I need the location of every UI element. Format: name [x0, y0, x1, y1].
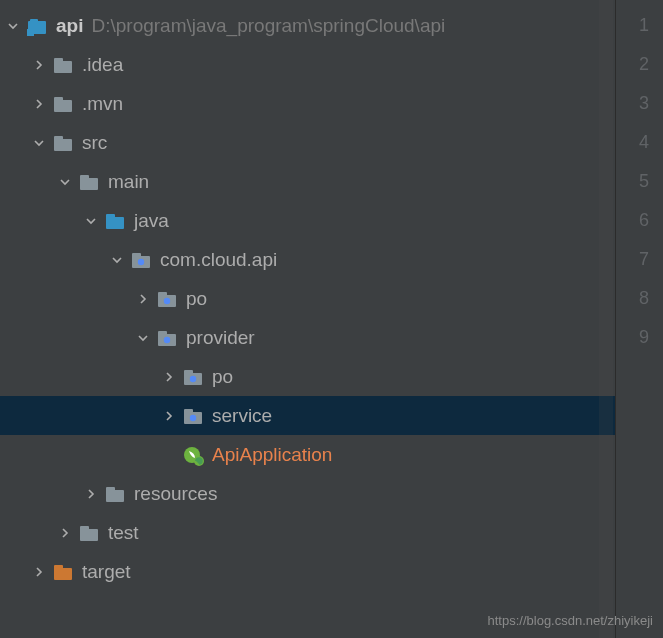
- tree-item-label: po: [212, 366, 233, 388]
- folder-gray-icon: [52, 54, 74, 76]
- svg-rect-35: [114, 494, 116, 501]
- svg-point-16: [138, 258, 144, 264]
- chevron-down-icon[interactable]: [30, 134, 48, 152]
- tree-item-label: main: [108, 171, 149, 193]
- tree-item-label: service: [212, 405, 272, 427]
- svg-point-22: [164, 336, 170, 342]
- project-tree[interactable]: api D:\program\java_program\springCloud\…: [0, 0, 615, 638]
- svg-rect-39: [54, 565, 63, 570]
- svg-rect-33: [108, 494, 110, 501]
- svg-point-19: [164, 297, 170, 303]
- folder-pkg-icon: [130, 249, 152, 271]
- chevron-right-icon[interactable]: [160, 407, 178, 425]
- tree-item-label: com.cloud.api: [160, 249, 277, 271]
- tree-row[interactable]: .idea: [0, 45, 615, 84]
- watermark-text: https://blog.csdn.net/zhiyikeji: [488, 613, 653, 628]
- chevron-right-icon[interactable]: [56, 524, 74, 542]
- tree-row[interactable]: com.cloud.api: [0, 240, 615, 279]
- line-number: 5: [616, 162, 663, 201]
- folder-pkg-icon: [182, 405, 204, 427]
- svg-point-28: [190, 414, 196, 420]
- tree-item-label: test: [108, 522, 139, 544]
- tree-item-label: provider: [186, 327, 255, 349]
- svg-rect-7: [54, 97, 63, 102]
- chevron-down-icon[interactable]: [108, 251, 126, 269]
- line-number: 9: [616, 318, 663, 357]
- tree-row[interactable]: ApiApplication: [0, 435, 615, 474]
- svg-point-25: [190, 375, 196, 381]
- resources-icon: [104, 483, 126, 505]
- tree-row-root[interactable]: api D:\program\java_program\springCloud\…: [0, 6, 615, 45]
- tree-item-label: .idea: [82, 54, 123, 76]
- tree-item-label: resources: [134, 483, 217, 505]
- svg-rect-37: [80, 526, 89, 531]
- tree-row[interactable]: po: [0, 357, 615, 396]
- svg-rect-24: [184, 370, 193, 375]
- tree-row[interactable]: resources: [0, 474, 615, 513]
- editor-gutter: 123456789: [615, 0, 663, 638]
- chevron-right-icon[interactable]: [160, 368, 178, 386]
- root-path: D:\program\java_program\springCloud\api: [91, 15, 445, 37]
- svg-rect-13: [106, 214, 115, 219]
- chevron-down-icon[interactable]: [82, 212, 100, 230]
- tree-row[interactable]: main: [0, 162, 615, 201]
- svg-rect-21: [158, 331, 167, 336]
- line-number: 3: [616, 84, 663, 123]
- chevron-down-icon[interactable]: [134, 329, 152, 347]
- line-number: 7: [616, 240, 663, 279]
- chevron-right-icon[interactable]: [30, 563, 48, 581]
- tree-item-label: java: [134, 210, 169, 232]
- svg-rect-1: [30, 19, 38, 23]
- svg-rect-34: [111, 494, 113, 501]
- svg-rect-15: [132, 253, 141, 258]
- tree-item-label: .mvn: [82, 93, 123, 115]
- spring-icon: [182, 444, 204, 466]
- chevron-right-icon[interactable]: [82, 485, 100, 503]
- tree-row[interactable]: java: [0, 201, 615, 240]
- folder-pkg-icon: [156, 288, 178, 310]
- chevron-down-icon: [4, 17, 22, 35]
- line-number: 8: [616, 279, 663, 318]
- tree-row[interactable]: src: [0, 123, 615, 162]
- tree-item-label: ApiApplication: [212, 444, 332, 466]
- line-number: 4: [616, 123, 663, 162]
- line-number: 2: [616, 45, 663, 84]
- chevron-right-icon[interactable]: [30, 56, 48, 74]
- tree-row[interactable]: test: [0, 513, 615, 552]
- chevron-right-icon[interactable]: [30, 95, 48, 113]
- folder-gray-icon: [52, 93, 74, 115]
- svg-rect-3: [28, 30, 33, 35]
- tree-row[interactable]: service: [0, 396, 615, 435]
- tree-row[interactable]: .mvn: [0, 84, 615, 123]
- folder-gray-icon: [52, 132, 74, 154]
- tree-item-label: src: [82, 132, 107, 154]
- folder-pkg-icon: [182, 366, 204, 388]
- line-number: 1: [616, 6, 663, 45]
- tree-row[interactable]: po: [0, 279, 615, 318]
- folder-blue-icon: [104, 210, 126, 232]
- line-number: 6: [616, 201, 663, 240]
- tree-row[interactable]: target: [0, 552, 615, 591]
- tree-item-label: po: [186, 288, 207, 310]
- tree-row[interactable]: provider: [0, 318, 615, 357]
- tree-item-label: target: [82, 561, 131, 583]
- vertical-scrollbar[interactable]: [599, 0, 613, 638]
- svg-rect-9: [54, 136, 63, 141]
- svg-rect-11: [80, 175, 89, 180]
- module-icon: [26, 15, 48, 37]
- svg-rect-18: [158, 292, 167, 297]
- svg-rect-32: [106, 487, 115, 492]
- folder-gray-icon: [78, 522, 100, 544]
- root-name: api: [56, 15, 83, 37]
- svg-rect-5: [54, 58, 63, 63]
- folder-orange-icon: [52, 561, 74, 583]
- svg-rect-27: [184, 409, 193, 414]
- folder-pkg-icon: [156, 327, 178, 349]
- folder-gray-icon: [78, 171, 100, 193]
- chevron-down-icon[interactable]: [56, 173, 74, 191]
- chevron-right-icon[interactable]: [134, 290, 152, 308]
